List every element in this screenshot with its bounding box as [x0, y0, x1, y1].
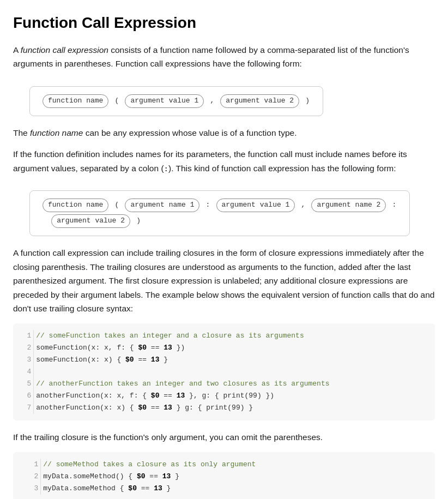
line-number: 3: [13, 483, 41, 495]
code-block-2: 1 // someMethod takes a closure as its o…: [13, 452, 435, 499]
code-line-content: myData.someMethod { $0 == 13 }: [41, 483, 435, 495]
line-number: 5: [13, 378, 34, 390]
syntax-function-name-2: function name: [43, 199, 108, 212]
code-line-3: 3 someFunction(x: x) { $0 == 13 }: [13, 354, 435, 366]
line-number: 6: [13, 390, 34, 402]
line-number: 3: [13, 354, 34, 366]
syntax-arg-value-2: argument value 2: [220, 94, 299, 108]
line-number: 2: [13, 471, 41, 483]
code-line-2b: 2 myData.someMethod() { $0 == 13 }: [13, 471, 435, 483]
code-line-content: someFunction(x: x, f: { $0 == 13 }): [34, 342, 435, 354]
code-line-content: // someMethod takes a closure as its onl…: [41, 459, 435, 471]
syntax-box-1: function name ( argument value 1 , argum…: [29, 86, 323, 116]
code-line-6: 6 anotherFunction(x: x, f: { $0 == 13 },…: [13, 390, 435, 402]
syntax-arg-value-2b: argument value 2: [51, 214, 130, 228]
syntax-arg-value-1: argument value 1: [125, 94, 204, 108]
code-line-3b: 3 myData.someMethod { $0 == 13 }: [13, 483, 435, 495]
syntax-arg-name-1: argument name 1: [125, 199, 199, 212]
syntax-box-2: function name ( argument name 1 : argume…: [29, 190, 410, 236]
code-line-content: // someFunction takes an integer and a c…: [34, 330, 435, 342]
syntax-function-name-1: function name: [43, 94, 108, 108]
intro-paragraph: A function call expression consists of a…: [13, 43, 435, 71]
code-line-content: myData.someMethod() { $0 == 13 }: [41, 471, 435, 483]
syntax-arg-name-2: argument name 2: [311, 199, 386, 212]
line-number: 2: [13, 342, 34, 354]
line-number: 7: [13, 402, 34, 414]
code-line-4: 4: [13, 366, 435, 378]
code-block-1: 1 // someFunction takes an integer and a…: [13, 323, 435, 421]
code-line-content: anotherFunction(x: x, f: { $0 == 13 }, g…: [34, 390, 435, 402]
p5: If the trailing closure is the function'…: [13, 430, 435, 444]
line-number: 1: [13, 330, 34, 342]
line-number: 1: [13, 459, 41, 471]
p4: A function call expression can include t…: [13, 246, 435, 316]
p2: The function name can be any expression …: [13, 126, 435, 140]
code-line-7: 7 anotherFunction(x: x) { $0 == 13 } g: …: [13, 402, 435, 414]
syntax-arg-value-1b: argument value 1: [216, 199, 295, 212]
code-line-content: someFunction(x: x) { $0 == 13 }: [34, 354, 435, 366]
intro-italic: function call expression: [21, 45, 108, 55]
code-line-2: 2 someFunction(x: x, f: { $0 == 13 }): [13, 342, 435, 354]
page-title: Function Call Expression: [13, 11, 435, 35]
code-line-1b: 1 // someMethod takes a closure as its o…: [13, 459, 435, 471]
line-number: 4: [13, 366, 34, 378]
p3: If the function definition includes name…: [13, 147, 435, 175]
code-line-content: [34, 366, 435, 378]
code-line-1: 1 // someFunction takes an integer and a…: [13, 330, 435, 342]
code-line-content: // anotherFunction takes an integer and …: [34, 378, 435, 390]
code-line-content: anotherFunction(x: x) { $0 == 13 } g: { …: [34, 402, 435, 414]
function-name-italic: function name: [30, 128, 83, 137]
code-line-5: 5 // anotherFunction takes an integer an…: [13, 378, 435, 390]
